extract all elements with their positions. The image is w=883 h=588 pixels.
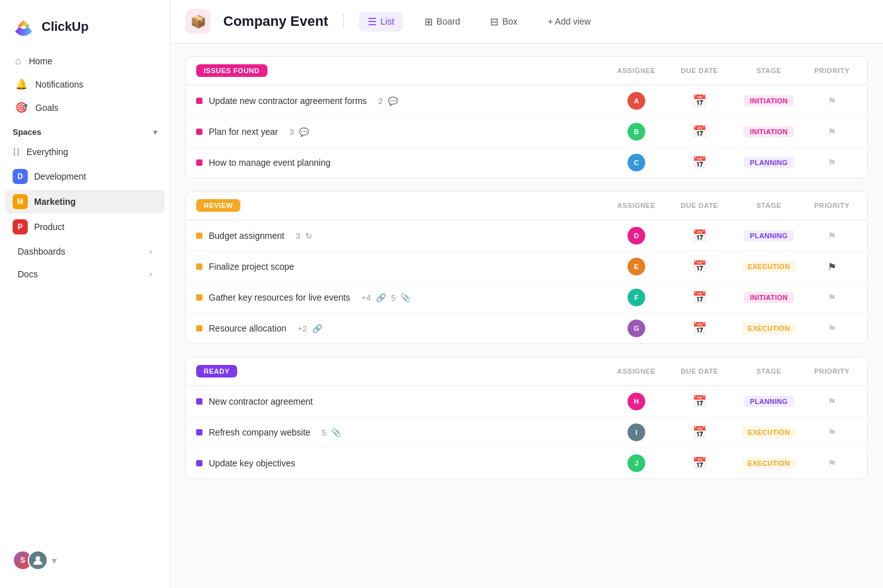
flag-icon[interactable]: ⚑	[827, 230, 836, 242]
sidebar-item-product[interactable]: P Product	[5, 215, 165, 239]
priority-cell[interactable]: ⚑	[807, 427, 857, 439]
task-name: Refresh company website	[209, 427, 310, 437]
task-name: Gather key resources for live events	[209, 292, 350, 303]
home-icon: ⌂	[15, 55, 21, 67]
duedate-cell[interactable]: 📅	[668, 260, 731, 274]
dashboards-chevron-icon: ›	[149, 247, 152, 256]
assignee-cell: E	[605, 258, 668, 275]
spaces-header[interactable]: Spaces ▾	[0, 120, 170, 141]
tab-list[interactable]: ☰ List	[359, 12, 403, 32]
task-meta: 3 ↻	[296, 231, 312, 241]
stage-cell: INITIATION	[731, 292, 807, 303]
assignee-cell: D	[605, 227, 668, 245]
task-dot-red	[196, 159, 202, 166]
list-icon: ☰	[368, 16, 377, 28]
avatar: E	[628, 258, 645, 275]
table-row[interactable]: Plan for next year 3 💬 B 📅 INITIATION ⚑	[186, 116, 867, 147]
flag-icon[interactable]: ⚑	[827, 261, 836, 273]
board-icon: ⊞	[424, 16, 433, 28]
avatar: H	[628, 393, 645, 410]
duedate-cell[interactable]: 📅	[668, 321, 731, 335]
task-name-col: Update new contractor agreement forms 2 …	[196, 96, 605, 106]
sidebar-item-dashboards[interactable]: Dashboards ›	[5, 241, 165, 262]
table-row[interactable]: Resource allocation +2 🔗 G 📅 EXECUTION ⚑	[186, 313, 867, 343]
task-meta: +4 🔗 5 📎	[361, 293, 411, 303]
flag-icon[interactable]: ⚑	[827, 427, 836, 439]
table-row[interactable]: Update new contractor agreement forms 2 …	[186, 85, 867, 116]
sidebar-item-home-label: Home	[29, 56, 52, 66]
flag-icon[interactable]: ⚑	[827, 396, 836, 408]
flag-icon[interactable]: ⚑	[827, 292, 836, 304]
table-row[interactable]: How to manage event planning C 📅 PLANNIN…	[186, 147, 867, 178]
table-row[interactable]: New contractor agreement H 📅 PLANNING ⚑	[186, 386, 867, 417]
duedate-cell[interactable]: 📅	[668, 156, 731, 170]
group-issues-found: ISSUES FOUND ASSIGNEE DUE DATE STAGE PRI…	[185, 56, 868, 178]
task-name-col: New contractor agreement	[196, 396, 605, 406]
flag-icon[interactable]: ⚑	[827, 323, 836, 335]
sidebar-item-development[interactable]: D Development	[5, 164, 165, 188]
priority-cell[interactable]: ⚑	[807, 261, 857, 273]
calendar-icon: 📅	[693, 229, 706, 243]
table-row[interactable]: Refresh company website 5 📎 I 📅 EXECUTIO…	[186, 417, 867, 447]
duedate-cell[interactable]: 📅	[668, 229, 731, 243]
user-avatars[interactable]: S	[13, 550, 48, 570]
assignee-cell: G	[605, 320, 668, 337]
table-row[interactable]: Finalize project scope E 📅 EXECUTION ⚑	[186, 251, 867, 282]
project-icon: 📦	[190, 14, 206, 29]
sidebar-item-goals[interactable]: 🎯 Goals	[8, 96, 162, 118]
col-header-duedate-2: DUE DATE	[668, 202, 731, 209]
user-dropdown-icon[interactable]: ▾	[52, 555, 57, 567]
development-badge: D	[13, 169, 28, 184]
table-row[interactable]: Budget assignment 3 ↻ D 📅 PLANNING ⚑	[186, 220, 867, 251]
duedate-cell[interactable]: 📅	[668, 94, 731, 108]
add-view-button[interactable]: + Add view	[539, 13, 600, 30]
stage-badge: INITIATION	[744, 126, 794, 137]
priority-cell[interactable]: ⚑	[807, 230, 857, 242]
avatar: C	[628, 154, 645, 171]
priority-cell[interactable]: ⚑	[807, 95, 857, 107]
sidebar-item-marketing[interactable]: M Marketing	[5, 190, 165, 214]
priority-cell[interactable]: ⚑	[807, 458, 857, 470]
avatar: G	[628, 320, 645, 337]
stage-badge: PLANNING	[744, 396, 794, 407]
duedate-cell[interactable]: 📅	[668, 456, 731, 470]
flag-icon[interactable]: ⚑	[827, 126, 836, 138]
assignee-cell: C	[605, 154, 668, 171]
priority-cell[interactable]: ⚑	[807, 292, 857, 304]
assignee-cell: A	[605, 92, 668, 110]
tab-list-label: List	[380, 16, 394, 26]
duedate-cell[interactable]: 📅	[668, 395, 731, 408]
stage-badge: EXECUTION	[742, 458, 797, 469]
priority-cell[interactable]: ⚑	[807, 396, 857, 408]
priority-cell[interactable]: ⚑	[807, 323, 857, 335]
duedate-cell[interactable]: 📅	[668, 291, 731, 304]
priority-cell[interactable]: ⚑	[807, 157, 857, 169]
flag-icon[interactable]: ⚑	[827, 458, 836, 470]
tab-board[interactable]: ⊞ Board	[416, 12, 469, 32]
task-name-col: Finalize project scope	[196, 262, 605, 272]
sidebar-item-home[interactable]: ⌂ Home	[8, 50, 162, 72]
flag-icon[interactable]: ⚑	[827, 95, 836, 107]
logo-area: ClickUp	[0, 10, 170, 50]
duedate-cell[interactable]: 📅	[668, 425, 731, 439]
tab-box[interactable]: ⊟ Box	[481, 12, 526, 32]
table-row[interactable]: Gather key resources for live events +4 …	[186, 282, 867, 313]
sidebar-item-everything[interactable]: ⁞⁞ Everything	[5, 141, 165, 163]
sidebar-item-notifications[interactable]: 🔔 Notifications	[8, 73, 162, 95]
attach-icon: 📎	[331, 428, 341, 437]
task-meta: +2 🔗	[298, 324, 322, 333]
group-header-issues: ISSUES FOUND ASSIGNEE DUE DATE STAGE PRI…	[186, 57, 867, 85]
flag-icon[interactable]: ⚑	[827, 157, 836, 169]
task-dot-red	[196, 98, 202, 104]
comment-count: 2	[378, 96, 383, 106]
dashboards-label: Dashboards	[18, 246, 66, 257]
stage-cell: EXECUTION	[731, 323, 807, 334]
duedate-cell[interactable]: 📅	[668, 125, 731, 139]
marketing-badge: M	[13, 194, 28, 209]
user-avatar-second[interactable]	[28, 550, 48, 570]
sidebar-item-docs[interactable]: Docs ›	[5, 264, 165, 284]
task-dot-yellow	[196, 263, 202, 270]
task-name: How to manage event planning	[209, 158, 330, 168]
table-row[interactable]: Update key objectives J 📅 EXECUTION ⚑	[186, 447, 867, 478]
priority-cell[interactable]: ⚑	[807, 126, 857, 138]
